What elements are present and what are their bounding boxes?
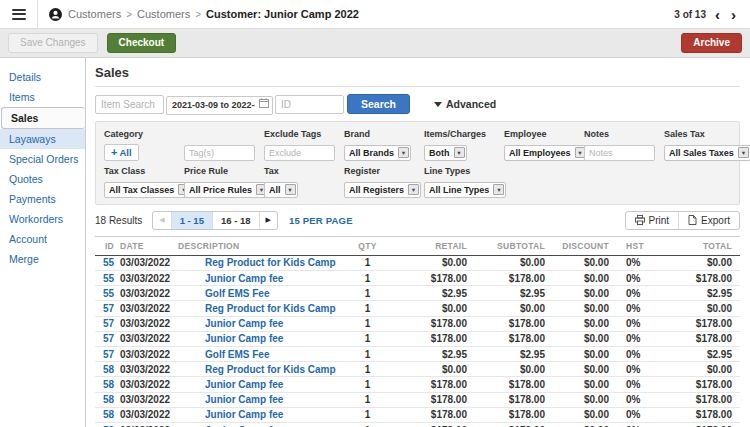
sidebar-item-quotes[interactable]: Quotes [0, 169, 85, 189]
filter-select-tax-class[interactable]: All Tax Classes▼ [104, 182, 191, 198]
sidebar-item-payments[interactable]: Payments [0, 189, 85, 209]
filter-select-employee[interactable]: All Employees▼ [504, 145, 588, 161]
sidebar-item-layaways[interactable]: Layaways [0, 129, 85, 149]
cell-date: 03/03/2022 [120, 286, 178, 301]
search-button[interactable]: Search [347, 94, 410, 114]
cell-retail: $178.00 [380, 407, 470, 422]
chevron-down-icon: ▼ [493, 184, 504, 195]
cell-description[interactable]: Golf EMS Fee [178, 286, 355, 301]
chevron-down-icon: ▼ [408, 184, 419, 195]
cell-description[interactable]: Junior Camp fee [178, 407, 355, 422]
filter-select-brand[interactable]: All Brands▼ [344, 145, 411, 161]
sidebar-item-sales[interactable]: Sales [1, 107, 85, 129]
cell-sale-id[interactable]: 58 [95, 377, 120, 392]
date-range-input[interactable] [166, 96, 273, 115]
cell-description[interactable]: Junior Camp fee [178, 316, 355, 331]
cell-description[interactable]: Reg Product for Kids Camp [178, 255, 355, 270]
cell-sale-id[interactable]: 55 [95, 255, 120, 270]
filter-label: Category [104, 129, 175, 139]
sidebar-item-merge[interactable]: Merge [0, 249, 85, 269]
record-pager-text: 3 of 13 [674, 9, 706, 20]
cell-qty: 1 [355, 362, 380, 377]
previous-record-icon[interactable]: ‹ [713, 7, 722, 22]
menu-icon[interactable] [12, 9, 26, 20]
cell-sale-id[interactable]: 58 [95, 422, 120, 427]
sidebar-item-items[interactable]: Items [0, 87, 85, 107]
advanced-filter-panel: Category+AllExclude TagsBrandAll Brands▼… [95, 121, 740, 205]
cell-description[interactable]: Golf EMS Fee [178, 347, 355, 362]
cell-subtotal: $0.00 [470, 255, 548, 270]
next-record-icon[interactable]: › [729, 7, 738, 22]
cell-total: $178.00 [650, 392, 740, 407]
advanced-toggle[interactable]: Advanced [434, 98, 496, 110]
cell-description[interactable]: Reg Product for Kids Camp [178, 362, 355, 377]
cell-description[interactable]: Junior Camp fee [178, 271, 355, 286]
cell-date: 03/03/2022 [120, 392, 178, 407]
table-body: 5503/03/2022Reg Product for Kids Camp1$0… [95, 255, 740, 427]
cell-description[interactable]: Junior Camp fee [178, 377, 355, 392]
select-value: Both [429, 148, 450, 158]
add-category-button[interactable]: +All [104, 144, 139, 161]
filter-field-exclude-tags: Exclude Tags [264, 129, 335, 161]
pagination-next[interactable]: ▶ [260, 212, 277, 229]
filter-select-sales-tax[interactable]: All Sales Taxes▼ [664, 145, 750, 161]
cell-sale-id[interactable]: 58 [95, 392, 120, 407]
filter-input-tag-s[interactable] [184, 145, 255, 161]
cell-sale-id[interactable]: 58 [95, 362, 120, 377]
sidebar-item-details[interactable]: Details [0, 67, 85, 87]
filter-select-tax[interactable]: All▼ [264, 182, 298, 198]
filter-select-register[interactable]: All Registers▼ [344, 182, 421, 198]
filter-select-line-types[interactable]: All Line Types▼ [424, 182, 506, 198]
filter-input-exclude-tags[interactable] [264, 145, 335, 161]
cell-total: $178.00 [650, 422, 740, 427]
pagination-prev-icon[interactable]: ◀ [153, 212, 171, 229]
chevron-down-icon: ▼ [398, 147, 409, 158]
table-row: 5703/03/2022Junior Camp fee1$178.00$178.… [95, 316, 740, 331]
cell-discount: $0.00 [548, 377, 612, 392]
table-row: 5703/03/2022Junior Camp fee1$178.00$178.… [95, 331, 740, 346]
cell-sale-id[interactable]: 58 [95, 407, 120, 422]
cell-sale-id[interactable]: 57 [95, 316, 120, 331]
sidebar-item-workorders[interactable]: Workorders [0, 209, 85, 229]
cell-sale-id[interactable]: 57 [95, 331, 120, 346]
table-row: 5803/03/2022Junior Camp fee1$178.00$178.… [95, 422, 740, 427]
table-row: 5803/03/2022Reg Product for Kids Camp1$0… [95, 362, 740, 377]
filter-select-price-rule[interactable]: All Price Rules▼ [184, 182, 269, 198]
filter-input-notes[interactable] [584, 145, 655, 161]
filter-label: Sales Tax [664, 129, 735, 139]
breadcrumb-link-customers[interactable]: Customers [68, 8, 121, 20]
cell-discount: $0.00 [548, 301, 612, 316]
item-search-input[interactable] [95, 95, 164, 114]
cell-sale-id[interactable]: 57 [95, 301, 120, 316]
archive-button[interactable]: Archive [681, 33, 742, 53]
filter-select-items-charges[interactable]: Both▼ [424, 145, 467, 161]
save-changes-button[interactable]: Save Changes [8, 33, 98, 53]
cell-qty: 1 [355, 255, 380, 270]
print-button[interactable]: Print [626, 212, 679, 229]
cell-hst: 0% [612, 301, 650, 316]
cell-sale-id[interactable]: 55 [95, 286, 120, 301]
per-page-link[interactable]: 15 PER PAGE [289, 215, 353, 226]
cell-sale-id[interactable]: 57 [95, 347, 120, 362]
add-button-label: All [119, 147, 131, 158]
cell-subtotal: $178.00 [470, 407, 548, 422]
cell-description[interactable]: Junior Camp fee [178, 422, 355, 427]
cell-qty: 1 [355, 407, 380, 422]
cell-hst: 0% [612, 271, 650, 286]
cell-date: 03/03/2022 [120, 301, 178, 316]
sidebar-item-account[interactable]: Account [0, 229, 85, 249]
pagination-page[interactable]: 16 - 18 [213, 212, 260, 229]
cell-description[interactable]: Junior Camp fee [178, 392, 355, 407]
export-button[interactable]: Export [678, 212, 739, 229]
breadcrumb-link-customers-2[interactable]: Customers [137, 8, 190, 20]
cell-retail: $2.95 [380, 286, 470, 301]
sale-id-input[interactable] [275, 95, 344, 114]
pagination-page[interactable]: 1 - 15 [172, 212, 213, 229]
checkout-button[interactable]: Checkout [107, 33, 177, 53]
column-header-total: TOTAL [650, 236, 740, 255]
cell-retail: $178.00 [380, 271, 470, 286]
cell-description[interactable]: Junior Camp fee [178, 331, 355, 346]
cell-sale-id[interactable]: 55 [95, 271, 120, 286]
cell-description[interactable]: Reg Product for Kids Camp [178, 301, 355, 316]
sidebar-item-special-orders[interactable]: Special Orders [0, 149, 85, 169]
